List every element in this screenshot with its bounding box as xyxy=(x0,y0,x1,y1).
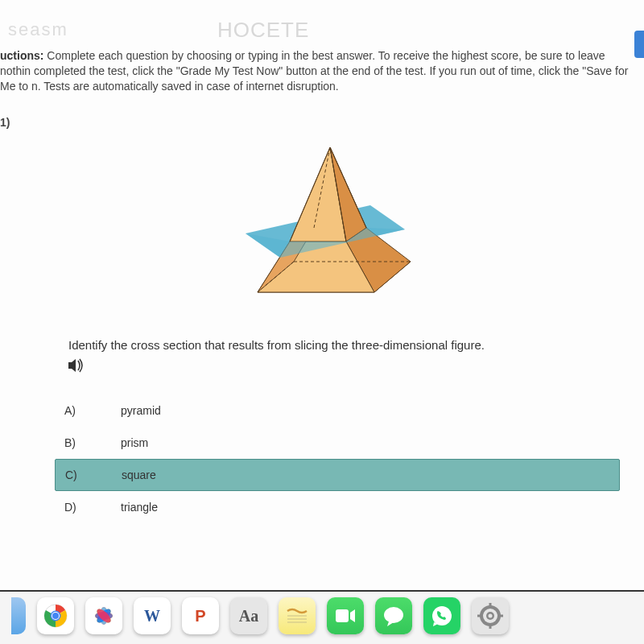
messages-icon[interactable] xyxy=(375,597,412,634)
svg-marker-36 xyxy=(387,621,394,626)
instructions-block: uctions: Complete each question by choos… xyxy=(0,48,634,94)
chrome-icon[interactable] xyxy=(37,597,74,634)
answer-text: prism xyxy=(121,436,148,449)
question-prompt: Identify the cross section that results … xyxy=(68,338,485,352)
question-number: 1) xyxy=(0,116,10,129)
notes-icon[interactable] xyxy=(279,597,316,634)
audio-play-icon[interactable] xyxy=(68,358,86,373)
answer-option-a[interactable]: A) pyramid xyxy=(55,394,620,427)
instructions-text: Complete each question by choosing or ty… xyxy=(0,49,628,93)
whatsapp-icon[interactable] xyxy=(423,597,460,634)
svg-rect-33 xyxy=(336,609,349,622)
test-screen: seasm HOCETE uctions: Complete each ques… xyxy=(0,0,644,592)
facetime-icon[interactable] xyxy=(327,597,364,634)
answer-letter: B) xyxy=(64,436,121,449)
dictionary-icon[interactable]: Aa xyxy=(230,597,267,634)
answer-option-c[interactable]: C) square xyxy=(55,459,620,491)
corner-badge xyxy=(634,31,644,58)
svg-marker-34 xyxy=(350,609,355,622)
settings-icon[interactable] xyxy=(472,597,509,634)
word-icon[interactable]: W xyxy=(134,597,171,634)
svg-rect-42 xyxy=(477,615,482,617)
watermark-left: seasm xyxy=(8,19,68,40)
svg-point-37 xyxy=(432,606,452,625)
answer-letter: C) xyxy=(65,469,122,481)
answer-text: pyramid xyxy=(121,404,161,417)
svg-rect-43 xyxy=(498,615,503,617)
watermark-center: HOCETE xyxy=(217,18,309,43)
svg-rect-41 xyxy=(489,624,492,629)
svg-point-35 xyxy=(384,607,403,623)
instructions-label: uctions: xyxy=(0,49,43,62)
pyramid-cross-section-figure xyxy=(201,133,443,310)
question-prompt-block: Identify the cross section that results … xyxy=(68,338,620,373)
answer-text: square xyxy=(122,469,156,481)
svg-marker-16 xyxy=(68,359,76,372)
photos-icon[interactable] xyxy=(85,597,122,634)
finder-icon[interactable] xyxy=(11,597,26,634)
answer-option-d[interactable]: D) triangle xyxy=(55,491,620,523)
answer-option-b[interactable]: B) prism xyxy=(55,427,620,459)
svg-point-46 xyxy=(489,614,493,618)
powerpoint-icon[interactable]: P xyxy=(182,597,219,634)
answer-letter: A) xyxy=(64,404,121,417)
macos-dock: W P Aa xyxy=(0,592,644,639)
answer-list: A) pyramid B) prism C) square D) triangl… xyxy=(55,394,620,523)
svg-point-21 xyxy=(52,613,59,619)
answer-letter: D) xyxy=(64,501,121,514)
svg-rect-40 xyxy=(489,603,492,608)
answer-text: triangle xyxy=(121,501,158,514)
